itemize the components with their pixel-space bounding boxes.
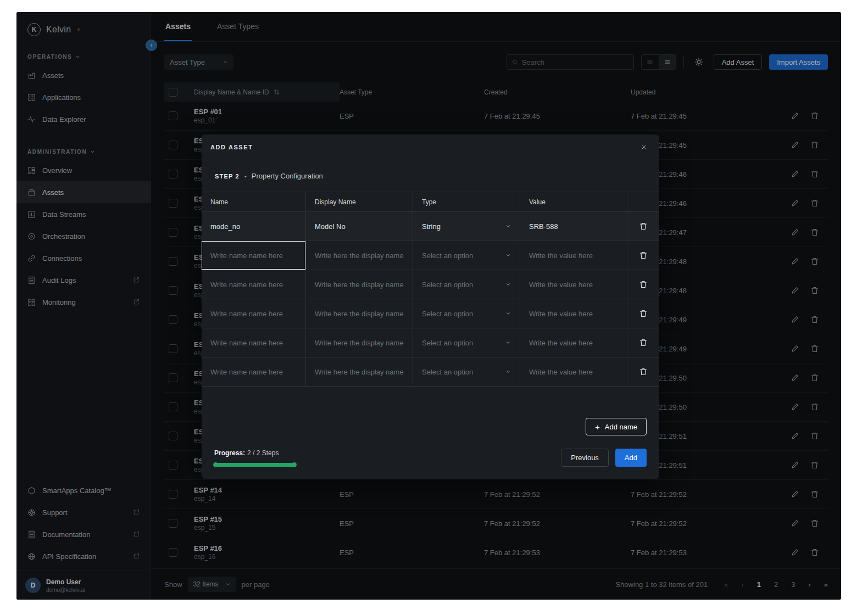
property-name-input[interactable]: [210, 241, 305, 270]
progress-bar: [214, 463, 296, 467]
modal-title: ADD ASSET: [210, 144, 253, 150]
progress-label: Progress:: [214, 449, 245, 457]
property-type-select[interactable]: Select an option: [413, 270, 520, 299]
property-table: Name Display Name Type Value String: [202, 192, 659, 387]
step-indicator: STEP 2 • Property Configuration: [202, 160, 659, 192]
property-table-header: Name Display Name Type Value: [202, 192, 659, 212]
chevron-down-icon: [505, 311, 511, 316]
property-type-placeholder: Select an option: [422, 281, 473, 289]
property-value-input[interactable]: [529, 241, 627, 270]
property-value-input[interactable]: [529, 212, 627, 241]
property-display-name-input[interactable]: [315, 270, 413, 299]
step-separator: •: [244, 173, 247, 180]
property-type-select[interactable]: Select an option: [413, 357, 520, 387]
chevron-down-icon: [505, 340, 511, 345]
trash-icon: [639, 251, 648, 260]
property-column-name: Name: [202, 192, 306, 212]
trash-icon: [639, 222, 648, 231]
chevron-down-icon: [505, 223, 511, 229]
previous-button[interactable]: Previous: [561, 449, 609, 467]
trash-icon: [639, 309, 648, 318]
add-button[interactable]: Add: [615, 449, 647, 467]
trash-icon: [639, 338, 648, 347]
delete-property-button[interactable]: [639, 367, 648, 376]
property-row-empty: Select an option: [202, 241, 659, 270]
property-name-input[interactable]: [210, 212, 305, 241]
property-display-name-input[interactable]: [315, 212, 413, 241]
property-name-input[interactable]: [210, 270, 305, 299]
delete-property-button[interactable]: [639, 251, 648, 260]
add-asset-modal: ADD ASSET STEP 2 • Property Configuratio…: [202, 135, 659, 479]
property-column-type: Type: [413, 192, 520, 212]
add-name-label: Add name: [605, 423, 637, 431]
chevron-down-icon: [505, 253, 511, 258]
property-column-actions: [627, 192, 659, 212]
step-label: STEP 2: [215, 173, 240, 180]
property-name-input[interactable]: [210, 328, 305, 357]
step-title: Property Configuration: [252, 172, 323, 180]
chevron-down-icon: [505, 369, 511, 374]
property-display-name-input[interactable]: [315, 357, 413, 386]
close-icon: [641, 144, 647, 150]
property-type-select[interactable]: Select an option: [413, 241, 520, 270]
property-value-input[interactable]: [529, 299, 627, 328]
property-column-value: Value: [520, 192, 627, 212]
property-name-input[interactable]: [210, 357, 305, 386]
delete-property-button[interactable]: [639, 280, 648, 289]
progress-value: 2 / 2 Steps: [247, 449, 279, 457]
property-type-placeholder: Select an option: [422, 310, 473, 318]
add-name-button[interactable]: + Add name: [586, 418, 647, 435]
progress-block: Progress:2 / 2 Steps: [214, 449, 296, 467]
trash-icon: [639, 367, 648, 376]
property-row-filled: String: [202, 212, 659, 241]
modal-footer: Progress:2 / 2 Steps Previous Add: [202, 449, 659, 479]
property-type-select[interactable]: Select an option: [413, 328, 520, 357]
property-display-name-input[interactable]: [315, 241, 413, 270]
property-type-placeholder: Select an option: [422, 339, 473, 347]
property-type-placeholder: Select an option: [422, 251, 473, 260]
delete-property-button[interactable]: [639, 222, 648, 231]
property-display-name-input[interactable]: [315, 299, 413, 328]
app-window: K Kelvin ® OPERATIONS Assets Application…: [16, 12, 841, 600]
property-row-empty: Select an option: [202, 328, 659, 357]
trash-icon: [639, 280, 648, 289]
delete-property-button[interactable]: [639, 309, 648, 318]
property-table-body: String Select an: [202, 212, 659, 387]
property-value-input[interactable]: [529, 270, 627, 299]
property-row-empty: Select an option: [202, 299, 659, 328]
property-display-name-input[interactable]: [315, 328, 413, 357]
property-type-select[interactable]: Select an option: [413, 299, 520, 328]
property-empty-rows: Select an option S: [202, 241, 659, 387]
chevron-down-icon: [505, 282, 511, 287]
close-modal-button[interactable]: [638, 142, 649, 153]
property-type-placeholder: Select an option: [422, 368, 473, 376]
property-row-empty: Select an option: [202, 357, 659, 387]
property-type-select[interactable]: String: [413, 212, 520, 241]
property-row-empty: Select an option: [202, 270, 659, 299]
modal-header: ADD ASSET: [202, 135, 659, 160]
delete-property-button[interactable]: [639, 338, 648, 347]
property-type-value: String: [422, 222, 441, 231]
property-name-input[interactable]: [210, 299, 305, 328]
property-column-display-name: Display Name: [306, 192, 413, 212]
plus-icon: +: [595, 423, 600, 431]
property-value-input[interactable]: [529, 357, 627, 386]
modal-body: Name Display Name Type Value String: [202, 192, 659, 479]
property-value-input[interactable]: [529, 328, 627, 357]
